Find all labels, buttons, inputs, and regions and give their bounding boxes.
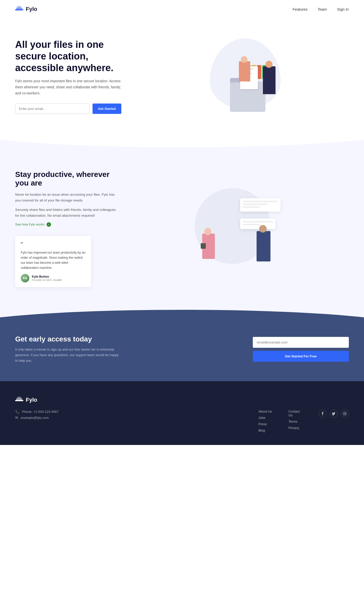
features-card-2: [240, 218, 276, 229]
features-headline: Stay productive, wherever you are: [15, 170, 116, 187]
features-para2: Securely share files and folders with fr…: [15, 207, 116, 219]
person-illustration-2: [263, 66, 276, 94]
cta-description: It only takes a minute to sign up and ou…: [15, 347, 121, 363]
footer-nav-col-1: About Us Jobs Press Blog: [258, 410, 273, 435]
see-how-link[interactable]: See how Fylo works ›: [15, 222, 116, 227]
cta-submit-button[interactable]: Get Started For Free: [253, 351, 349, 362]
wave-divider: [0, 140, 364, 150]
footer-email-text: example@fylo.com: [21, 416, 49, 420]
facebook-icon[interactable]: [318, 410, 327, 418]
features-content: Stay productive, wherever you are Never …: [15, 170, 116, 287]
author-name: Kyle Burton: [32, 275, 62, 278]
nav-links: Features Team Sign In: [292, 7, 349, 11]
svg-rect-2: [17, 6, 21, 7]
email-icon: ✉: [15, 416, 18, 420]
hero-illustration: [190, 36, 281, 117]
card-line: [243, 206, 260, 208]
svg-point-7: [344, 413, 346, 414]
author-title: Founder & CEO, Huddle: [32, 278, 62, 281]
testimonial-card: " Fylo has improved our team productivit…: [15, 236, 91, 287]
nav-team[interactable]: Team: [318, 7, 327, 11]
svg-rect-4: [16, 398, 22, 400]
card-line: [243, 221, 273, 222]
footer-social: [318, 410, 349, 435]
hero-form: Get Started: [15, 104, 121, 114]
author-avatar: KB: [21, 274, 29, 282]
cta-form: Get Started For Free: [253, 337, 349, 362]
features-section: Stay productive, wherever you are Never …: [0, 150, 364, 307]
card-line: [243, 201, 278, 202]
svg-rect-0: [15, 9, 23, 10]
instagram-icon[interactable]: [341, 410, 349, 418]
features-person-2: [257, 231, 270, 261]
footer-nav-columns: About Us Jobs Press Blog Contact Us Term…: [258, 410, 349, 435]
footer-link-blog[interactable]: Blog: [258, 429, 273, 432]
hero-email-input[interactable]: [15, 104, 89, 114]
nav-signin[interactable]: Sign In: [337, 7, 349, 11]
svg-rect-3: [15, 400, 23, 401]
logo: Fylo: [15, 6, 37, 13]
footer-brand-name: Fylo: [26, 397, 37, 403]
social-icons: [318, 410, 349, 418]
svg-rect-6: [343, 412, 346, 415]
quote-mark: ": [21, 241, 85, 248]
cta-content: Get early access today It only takes a m…: [15, 335, 121, 363]
hero-content: All your files in one secure location, a…: [15, 39, 121, 114]
features-para1: Never let location be an issue when acce…: [15, 192, 116, 203]
hero-description: Fylo stores your most important files in…: [15, 78, 121, 96]
features-illustration-area: [131, 188, 349, 269]
testimonial-quote: Fylo has improved our team productivity …: [21, 250, 85, 270]
nav-features[interactable]: Features: [292, 7, 307, 11]
footer-link-contact[interactable]: Contact Us: [288, 410, 303, 417]
navbar: Fylo Features Team Sign In: [0, 0, 364, 18]
see-how-text: See how Fylo works: [15, 222, 44, 226]
hero-headline: All your files in one secure location, a…: [15, 39, 121, 74]
svg-rect-5: [17, 397, 21, 398]
testimonial-author: KB Kyle Burton Founder & CEO, Huddle: [21, 274, 85, 282]
footer-email: ✉ example@fylo.com: [15, 416, 258, 420]
brand-name: Fylo: [26, 6, 37, 12]
bucket-icon: [201, 243, 206, 249]
footer-grid: 📞 Phone: +1-543-123-4567 ✉ example@fylo.…: [15, 410, 349, 435]
footer-link-press[interactable]: Press: [258, 422, 273, 426]
person-illustration-1: [239, 61, 250, 81]
footer-link-terms[interactable]: Terms: [288, 420, 303, 423]
svg-point-8: [346, 413, 346, 413]
author-info: Kyle Burton Founder & CEO, Huddle: [32, 275, 62, 281]
phone-icon: 📞: [15, 410, 19, 414]
cta-email-input[interactable]: [253, 337, 349, 348]
wave-divider-2: [0, 307, 364, 317]
footer: Fylo 📞 Phone: +1-543-123-4567 ✉ example@…: [0, 381, 364, 445]
footer-nav-col-2: Contact Us Terms Privacy: [288, 410, 303, 435]
svg-rect-1: [16, 8, 22, 9]
footer-phone: 📞 Phone: +1-543-123-4567: [15, 410, 258, 414]
cta-section: Get early access today It only takes a m…: [0, 317, 364, 381]
logo-icon: [15, 6, 23, 13]
cta-headline: Get early access today: [15, 335, 121, 343]
hero-illustration-area: [121, 33, 349, 119]
footer-contact: 📞 Phone: +1-543-123-4567 ✉ example@fylo.…: [15, 410, 258, 422]
footer-link-jobs[interactable]: Jobs: [258, 416, 273, 420]
hero-cta-button[interactable]: Get Started: [93, 104, 121, 114]
arrow-circle-icon: ›: [47, 222, 51, 227]
footer-link-privacy[interactable]: Privacy: [288, 426, 303, 430]
card-line: [243, 203, 267, 205]
hero-section: All your files in one secure location, a…: [0, 18, 364, 140]
footer-phone-text: Phone: +1-543-123-4567: [22, 410, 59, 414]
card-line: [243, 224, 261, 225]
footer-logo-icon: [15, 396, 23, 403]
twitter-icon[interactable]: [330, 410, 338, 418]
features-illustration: [195, 188, 286, 269]
features-card-1: [240, 198, 281, 212]
footer-link-about[interactable]: About Us: [258, 410, 273, 413]
footer-logo: Fylo: [15, 396, 349, 403]
